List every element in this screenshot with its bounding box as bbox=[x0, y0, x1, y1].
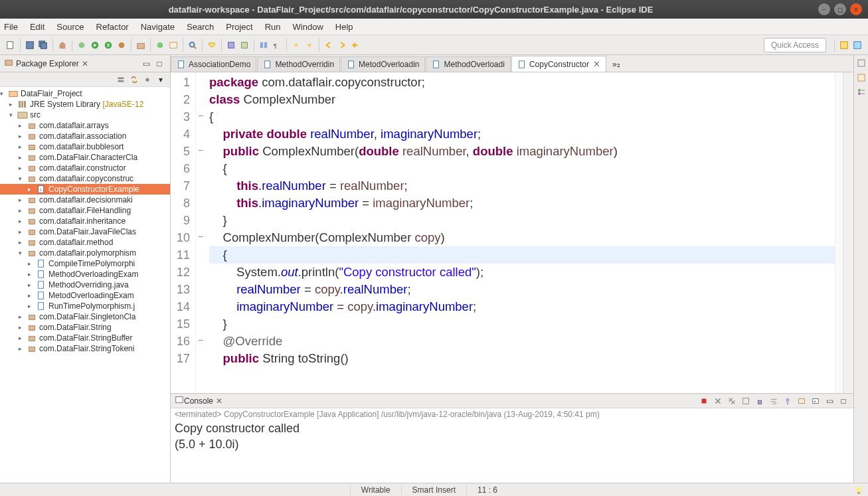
code-editor[interactable]: 1 2 3 4 5 6 7 8 9 10 11 12 13 14 15 16 1… bbox=[171, 72, 853, 393]
package-node[interactable]: ▸com.dataflair.bubblesort bbox=[0, 141, 170, 152]
package-node[interactable]: ▸com.DataFlair.StringBuffer bbox=[0, 333, 170, 343]
open-console-button[interactable]: + bbox=[811, 396, 820, 406]
src-node[interactable]: ▾ src bbox=[0, 110, 170, 120]
toggle-mark-button[interactable] bbox=[207, 40, 217, 50]
package-node[interactable]: ▸com.dataflair.FileHandling bbox=[0, 205, 170, 216]
build-button[interactable] bbox=[57, 40, 68, 50]
console-min-button[interactable]: ▭ bbox=[825, 396, 834, 406]
java-file-node[interactable]: ▸MethodOverriding.java bbox=[0, 280, 170, 290]
last-edit-button[interactable] bbox=[350, 40, 361, 50]
clear-console-button[interactable] bbox=[741, 396, 750, 406]
wizard2-button[interactable] bbox=[239, 40, 250, 50]
open-type-button[interactable] bbox=[168, 40, 179, 50]
package-node[interactable]: ▸com.DataFlair.SingletonCla bbox=[0, 311, 170, 322]
package-node[interactable]: ▸com.DataFlair.CharacterCla bbox=[0, 152, 170, 163]
overview-ruler[interactable] bbox=[835, 72, 843, 393]
remove-launch-button[interactable] bbox=[713, 396, 723, 406]
link-editor-button[interactable] bbox=[129, 74, 139, 85]
package-node-expanded[interactable]: ▾com.dataflair.copyconstruc bbox=[0, 173, 170, 184]
window-close-button[interactable]: × bbox=[850, 3, 862, 15]
java-file-node[interactable]: ▸MethodOverloadingExam bbox=[0, 269, 170, 280]
display-selected-button[interactable] bbox=[797, 396, 806, 406]
package-node[interactable]: ▸com.DataFlair.String bbox=[0, 322, 170, 333]
console-max-button[interactable]: □ bbox=[839, 396, 848, 406]
editor-tab[interactable]: MetodOverloadin bbox=[341, 56, 425, 72]
package-explorer-close-icon[interactable]: ✕ bbox=[82, 59, 88, 68]
package-node-expanded[interactable]: ▾com.dataflair.polymorphism bbox=[0, 248, 170, 258]
pin-console-button[interactable] bbox=[783, 396, 792, 406]
back-button[interactable] bbox=[323, 40, 334, 50]
search-button[interactable] bbox=[187, 40, 198, 50]
console-output[interactable]: Copy constructor called(5.0 + 10.0i) bbox=[171, 420, 853, 452]
save-all-button[interactable] bbox=[38, 40, 48, 50]
menu-source[interactable]: Source bbox=[56, 22, 84, 32]
run-button[interactable] bbox=[90, 40, 100, 50]
terminate-button[interactable] bbox=[699, 396, 709, 406]
java-file-node[interactable]: ▸MetodOverloadingExam bbox=[0, 290, 170, 301]
coverage-button[interactable] bbox=[103, 40, 114, 50]
java-file-node[interactable]: ▸CompileTimePolymorphi bbox=[0, 258, 170, 269]
outline-icon[interactable] bbox=[856, 87, 867, 98]
menu-search[interactable]: Search bbox=[187, 22, 214, 32]
java-file-node[interactable]: ▸RunTimePolymorphism.j bbox=[0, 301, 170, 311]
editor-tab[interactable]: MethodOverloadi bbox=[426, 56, 510, 72]
code-content[interactable]: package com.dataflair.copyconstructor;cl… bbox=[205, 72, 835, 393]
menu-project[interactable]: Project bbox=[226, 22, 252, 32]
toggle-block-button[interactable] bbox=[258, 40, 269, 50]
menu-run[interactable]: Run bbox=[265, 22, 281, 32]
tip-icon[interactable] bbox=[853, 485, 864, 495]
next-annotation-button[interactable] bbox=[304, 40, 315, 50]
package-node[interactable]: ▸com.dataflair.constructor bbox=[0, 163, 170, 173]
new-class-button[interactable] bbox=[155, 40, 165, 50]
show-whitespace-button[interactable]: ¶ bbox=[272, 40, 282, 50]
package-node[interactable]: ▸com.dataflair.decisionmaki bbox=[0, 195, 170, 205]
maximize-view-button[interactable]: □ bbox=[154, 58, 165, 69]
menu-window[interactable]: Window bbox=[293, 22, 323, 32]
wizard-button[interactable] bbox=[226, 40, 236, 50]
menu-file[interactable]: File bbox=[4, 22, 18, 32]
menu-navigate[interactable]: Navigate bbox=[141, 22, 175, 32]
editor-tab[interactable]: MethodOverridin bbox=[257, 56, 340, 72]
package-node[interactable]: ▸com.dataflair.arrays bbox=[0, 120, 170, 131]
java-file-node-selected[interactable]: ▸JCopyConstructorExample bbox=[0, 184, 170, 195]
debug-button[interactable] bbox=[76, 40, 87, 50]
package-node[interactable]: ▸com.dataflair.method bbox=[0, 237, 170, 248]
console-close-icon[interactable]: ✕ bbox=[216, 396, 222, 406]
task-list-icon[interactable] bbox=[856, 72, 867, 83]
show-more-tabs-button[interactable]: »₂ bbox=[607, 57, 626, 72]
scroll-lock-button[interactable] bbox=[755, 396, 764, 406]
focus-task-button[interactable] bbox=[142, 74, 153, 85]
fold-gutter[interactable]: − − − − bbox=[196, 72, 205, 393]
vertical-scrollbar[interactable] bbox=[843, 72, 853, 393]
package-node[interactable]: ▸com.dataflair.inheritance bbox=[0, 216, 170, 226]
minimize-view-button[interactable]: ▭ bbox=[141, 58, 151, 69]
java-perspective-button[interactable] bbox=[852, 40, 863, 50]
open-perspective-button[interactable] bbox=[839, 40, 849, 50]
forward-button[interactable] bbox=[337, 40, 347, 50]
jre-node[interactable]: ▸ JRE System Library [JavaSE-12 bbox=[0, 99, 170, 110]
tab-close-icon[interactable]: ✕ bbox=[593, 59, 600, 69]
new-button[interactable] bbox=[5, 40, 16, 50]
package-node[interactable]: ▸com.DataFlair.StringTokeni bbox=[0, 343, 170, 354]
collapse-all-button[interactable] bbox=[116, 74, 126, 85]
package-node[interactable]: ▸com.DataFlair.JavaFileClas bbox=[0, 226, 170, 237]
run-last-button[interactable] bbox=[116, 40, 127, 50]
quick-access-field[interactable]: Quick Access bbox=[764, 38, 826, 52]
package-node[interactable]: ▸com.dataflair.association bbox=[0, 131, 170, 141]
editor-tab[interactable]: AssociationDemo bbox=[171, 56, 256, 72]
project-tree[interactable]: ▾ DataFlair_Project ▸ JRE System Library… bbox=[0, 87, 170, 355]
word-wrap-button[interactable] bbox=[769, 396, 778, 406]
menu-edit[interactable]: Edit bbox=[30, 22, 44, 32]
project-node[interactable]: ▾ DataFlair_Project bbox=[0, 88, 170, 99]
window-minimize-button[interactable]: − bbox=[818, 3, 830, 15]
window-maximize-button[interactable]: ◻ bbox=[834, 3, 846, 15]
remove-all-button[interactable] bbox=[727, 396, 737, 406]
restore-view-button[interactable] bbox=[856, 58, 867, 68]
save-button[interactable] bbox=[25, 40, 35, 50]
prev-annotation-button[interactable] bbox=[291, 40, 302, 50]
editor-tab-active[interactable]: CopyConstructor✕ bbox=[511, 56, 606, 72]
view-menu-button[interactable]: ▾ bbox=[155, 74, 166, 85]
menu-refactor[interactable]: Refactor bbox=[96, 22, 129, 32]
new-package-button[interactable] bbox=[135, 40, 146, 50]
menu-help[interactable]: Help bbox=[335, 22, 353, 32]
